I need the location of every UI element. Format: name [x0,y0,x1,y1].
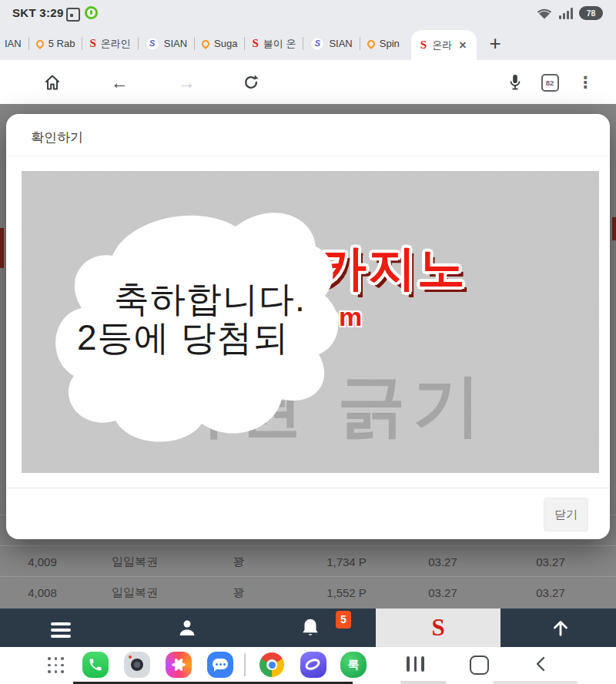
up-arrow-icon [550,617,571,639]
close-tab-icon[interactable]: × [457,39,467,52]
s-logo-favicon: S [420,39,427,52]
cell-result: 꽝 [185,585,293,600]
forward-button[interactable]: → [176,72,197,93]
tab-label: SIAN [164,38,187,49]
cell-date2: 03.27 [485,555,616,568]
congrats-line2: 2등에 당첨되 [77,314,289,362]
notification-badge: 5 [336,611,351,629]
chrome-app-icon[interactable] [259,652,284,677]
samsung-internet-app-icon[interactable] [300,652,326,678]
scroll-top-button[interactable] [550,617,571,642]
s-logo-favicon: S [252,37,258,50]
browser-toolbar: ← → seulca1.com/plugin/lotto/ ☆ [0,60,616,104]
browser-tab[interactable]: Spin [360,27,407,60]
tab-label: 불이 온 [263,37,296,51]
gallery-app-icon[interactable] [166,652,192,678]
tab-label: 온라인 [101,37,131,51]
browser-tab[interactable]: 5 Rab [29,27,82,60]
home-nav-button[interactable] [470,656,489,675]
messages-app-icon[interactable] [207,652,233,678]
cell-date2: 03.27 [485,586,616,599]
cell-type: 일일복권 [85,585,185,600]
wifi-icon [536,7,553,20]
browser-tab-active[interactable]: S 온라 × [411,30,477,60]
close-dialog-button[interactable]: 닫기 [544,498,588,531]
s-logo-favicon: S [89,37,95,50]
page-edge-accent [0,228,4,268]
tab-switcher-button[interactable]: 82 [539,72,561,93]
browser-tab[interactable]: S SIAN [303,27,359,60]
screen: SKT 3:29 78 IAN 5 Rab S 온라인 S SIAN [0,0,616,684]
cell-points: 1,734 P [293,555,400,568]
site-nav-home-active[interactable]: S [376,609,500,647]
camera-app-icon[interactable] [124,652,150,678]
mic-icon [507,73,524,92]
cell-date1: 03.27 [400,555,485,568]
home-icon [43,73,62,92]
screenshot-icon [66,8,80,22]
carrier-time: SKT 3:29 [12,6,64,19]
notifications-button[interactable] [299,616,322,642]
cell-date1: 03.27 [400,586,485,599]
bottom-edge-shape [493,681,578,684]
cell-type: 일일복권 [85,555,185,569]
sian-favicon: S [146,37,159,51]
browser-tab[interactable]: IAN [0,27,28,60]
tab-label: 온라 [432,39,452,52]
tab-label: IAN [5,38,22,49]
phone-handset-icon [88,657,103,672]
flame-favicon [35,38,45,49]
app-drawer-button[interactable] [48,657,65,674]
confirm-dialog: 확인하기 복권 긁기 온카지노 .com 축하합니다. 2등에 당첨되 닫기 [6,114,610,539]
reload-button[interactable] [240,72,262,93]
browser-tab[interactable]: S 불이 온 [245,27,303,60]
cell-points: 1,552 P [293,586,400,599]
browser-tab[interactable]: Suga [195,27,244,60]
signal-icon [559,8,574,19]
korean-app-icon[interactable]: 룩 [340,652,367,678]
back-chevron-icon [533,655,550,673]
tab-label: Spin [380,38,400,49]
flame-favicon [366,38,377,49]
back-button[interactable]: ← [109,72,130,93]
tab-label: Suga [214,38,237,49]
status-bar: SKT 3:29 78 [0,0,616,27]
flame-favicon [200,38,211,49]
new-tab-button[interactable]: + [489,32,500,55]
home-button[interactable] [42,72,63,93]
tab-strip: IAN 5 Rab S 온라인 S SIAN Suga S 불이 온 S [0,27,616,60]
dialog-title: 확인하기 [31,129,83,146]
browser-tab[interactable]: S 온라인 [82,27,137,60]
dialog-divider [6,156,610,156]
recents-button[interactable] [407,656,424,672]
back-nav-button[interactable] [533,655,550,676]
dock-divider [244,653,246,676]
reload-icon [242,73,260,92]
status-app-icon [85,6,98,19]
tab-count: 82 [541,74,559,92]
tab-label: 5 Rab [49,38,75,49]
site-logo-icon: S [431,614,444,642]
bell-icon [299,616,322,639]
dialog-footer-divider [6,488,610,488]
browser-menu-button[interactable]: ⋮ [574,72,596,93]
mic-button[interactable] [504,72,526,93]
menu-button[interactable] [51,622,71,638]
cell-result: 꽝 [185,555,293,569]
bottom-edge-shape [400,681,447,684]
page-edge-accent [612,217,616,240]
phone-app-icon[interactable] [82,652,109,678]
person-icon [176,616,199,639]
table-row: 4,009 일일복권 꽝 1,734 P 03.27 03.27 [0,545,616,577]
sian-favicon: S [310,37,324,51]
scratch-card[interactable]: 복권 긁기 온카지노 .com 축하합니다. 2등에 당첨되 [22,171,599,473]
battery-indicator: 78 [579,6,603,20]
browser-tab[interactable]: S SIAN [139,27,194,60]
profile-button[interactable] [176,616,199,642]
cell-id: 4,008 [0,586,85,599]
cell-id: 4,009 [0,555,85,568]
table-row: 4,008 일일복권 꽝 1,552 P 03.27 03.27 [0,576,616,608]
tab-label: SIAN [329,38,352,49]
